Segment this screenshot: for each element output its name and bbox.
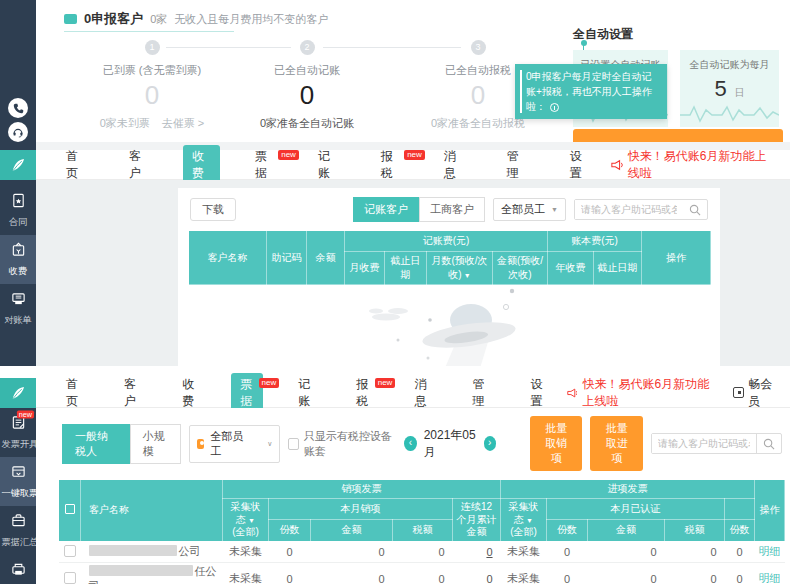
nav-charging[interactable]: 收费 [170, 150, 233, 180]
nav-bookkeeping[interactable]: 记账 [276, 378, 334, 408]
nav-messages[interactable]: 消息 [392, 378, 450, 408]
step-number: 3 [471, 40, 486, 55]
report-tag-icon [64, 14, 77, 24]
batch-fetch-input-button[interactable]: 批量取进项 [590, 416, 643, 471]
customer-search-input[interactable] [575, 200, 683, 219]
card-label: 全自动记账为每月 [680, 58, 779, 72]
nav-home[interactable]: 首页 [44, 378, 102, 408]
col-collect-status-in: 采集状态▼(全部) [501, 499, 547, 542]
staff-filter-select[interactable]: 全部员工 ▼ [493, 198, 566, 221]
megaphone-icon [567, 387, 578, 399]
megaphone-icon [611, 159, 623, 171]
sidebar-item-contract[interactable]: 合同 [0, 186, 36, 235]
filter-caret-icon[interactable]: ▼ [248, 517, 255, 524]
customer-search-input[interactable] [652, 434, 756, 453]
nav-tax[interactable]: 报税new [359, 150, 422, 180]
nav-invoices[interactable]: 票据new [233, 150, 296, 180]
sidebar-item-scan-upload[interactable]: 扫描上传 [0, 555, 36, 584]
checkbox-label: 只显示有税控设备账套 [304, 429, 396, 459]
nav-bookkeeping[interactable]: 记账 [296, 150, 359, 180]
nav-customers[interactable]: 客户 [107, 150, 170, 180]
nav-invoices[interactable]: 票据new [218, 378, 276, 408]
step-value: 0 [222, 80, 392, 111]
nav-home[interactable]: 首页 [44, 150, 107, 180]
nav-messages[interactable]: 消息 [422, 150, 485, 180]
checkbox[interactable] [64, 572, 76, 584]
nav-settings[interactable]: 设置 [548, 150, 611, 180]
staff-icon [197, 439, 205, 449]
nav-management[interactable]: 管理 [450, 378, 508, 408]
filter-caret-icon[interactable]: ▼ [464, 272, 471, 279]
sidebar-item-statement[interactable]: 对账单 [0, 284, 36, 333]
detail-link[interactable]: 明细 [759, 545, 781, 557]
announcement-link[interactable]: 快来！易代账6月新功能上线啦 [567, 376, 720, 410]
sidebar-item-charging[interactable]: 收费 [0, 235, 36, 284]
step-note: 0家准备全自动报税 [431, 116, 525, 131]
urge-ticket-link[interactable]: 去催票 > [162, 116, 204, 131]
batch-fetch-output-button[interactable]: 批量取销项 [530, 416, 583, 471]
search-icon[interactable] [756, 434, 781, 453]
prev-month-button[interactable]: ‹ [404, 436, 416, 451]
col-amount: 金额 [311, 520, 393, 541]
announcement-text: 快来！易代账6月新功能上线啦 [582, 376, 719, 410]
in-tax-cell: 0 [665, 541, 725, 562]
table-row[interactable]: 任公司 未采集 0 0 0 0 未采集 0 0 0 0 明细 [59, 562, 785, 584]
cumulative-link[interactable]: 0 [486, 573, 492, 584]
taxpayer-small-tab[interactable]: 小规模 [130, 424, 181, 464]
download-button[interactable]: 下载 [190, 198, 236, 221]
nav-items: 首页 客户 收费 票据new 记账 报税new 消息 管理 设置 [44, 150, 611, 180]
col-group-ledger-fee: 账本费(元) [548, 231, 642, 252]
cumulative-link[interactable]: 0 [486, 546, 492, 558]
device-only-checkbox-row[interactable]: 只显示有税控设备账套 [288, 429, 396, 459]
table-row[interactable]: 公司 未采集 0 0 0 0 未采集 0 0 0 0 明细 [59, 541, 785, 562]
service-contact-button[interactable] [8, 122, 28, 142]
sidebar-label: 票据汇总 [1, 536, 34, 549]
chevron-down-icon: ∨ [267, 440, 272, 448]
in-tax-cell: 0 [665, 562, 725, 584]
nav-tax[interactable]: 报税new [334, 378, 392, 408]
filter-caret-icon[interactable]: ▼ [526, 517, 533, 524]
phone-contact-button[interactable] [8, 98, 28, 118]
step-arrived: 1 已到票 (含无需到票) 0 0家未到票 去催票 > [67, 40, 237, 131]
search-icon[interactable] [683, 204, 707, 216]
checkbox[interactable] [64, 545, 76, 557]
customer-search [651, 433, 782, 454]
customer-name-cell: 任公司 [81, 562, 223, 584]
select-all-header[interactable] [59, 480, 81, 542]
checkbox[interactable] [65, 504, 75, 514]
checkbox[interactable] [288, 438, 298, 450]
info-icon[interactable] [550, 103, 559, 112]
col-mnemonic: 助记码 [267, 231, 307, 285]
detail-link[interactable]: 明细 [759, 572, 781, 584]
nav-customers[interactable]: 客户 [102, 378, 160, 408]
tab-booking-customers[interactable]: 记账客户 [353, 197, 419, 222]
staff-filter-select[interactable]: 全部员工 ∨ [189, 425, 281, 463]
month-value: 2021年05月 [424, 427, 477, 461]
in-count-cell: 0 [547, 541, 588, 562]
nav-settings[interactable]: 设置 [509, 378, 567, 408]
month-picker: ‹ 2021年05月 › [404, 427, 496, 461]
member-link[interactable]: 畅会员 [733, 376, 778, 410]
charging-table: 客户名称 助记码 余额 记账费(元) 账本费(元) 操作 月收费 截止日期 月数… [188, 230, 711, 285]
sidebar-item-issue-invoice[interactable]: new 发票开具 [0, 408, 36, 457]
sidebar-item-invoice-summary[interactable]: 票据汇总 [0, 506, 36, 555]
nav-management[interactable]: 管理 [485, 150, 548, 180]
col-operation: 操作 [755, 480, 785, 542]
step-label: 已全自动记账 [222, 63, 392, 78]
app-logo[interactable] [0, 378, 36, 408]
sidebar-label: 对账单 [1, 314, 34, 327]
out-tax-cell: 0 [393, 562, 453, 584]
taxpayer-general-tab[interactable]: 一般纳税人 [62, 424, 130, 464]
ecg-decoration [680, 101, 779, 125]
app-logo[interactable] [0, 150, 36, 180]
tab-business-customers[interactable]: 工商客户 [419, 197, 485, 222]
sidebar-item-fetch-invoice[interactable]: 一键取票 [0, 457, 36, 506]
action-bar[interactable] [573, 129, 783, 143]
next-month-button[interactable]: › [484, 436, 496, 451]
step-value: 0 [67, 80, 237, 111]
announcement-link[interactable]: 快来！易代账6月新功能上线啦 [611, 148, 778, 182]
nav-charging[interactable]: 收费 [160, 378, 218, 408]
panel-subtitle: 无收入且每月费用均不变的客户 [174, 12, 328, 27]
staff-filter-value: 全部员工 [501, 202, 545, 217]
col-blank [725, 499, 755, 520]
